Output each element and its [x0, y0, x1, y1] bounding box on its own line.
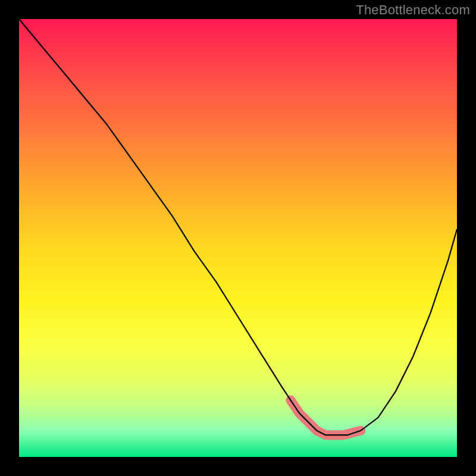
- highlight-band: [290, 400, 361, 435]
- outer-frame: TheBottleneck.com: [0, 0, 476, 476]
- plot-area: [19, 19, 457, 457]
- chart-svg: [19, 19, 457, 457]
- bottleneck-curve: [19, 19, 457, 435]
- watermark-text: TheBottleneck.com: [356, 2, 470, 18]
